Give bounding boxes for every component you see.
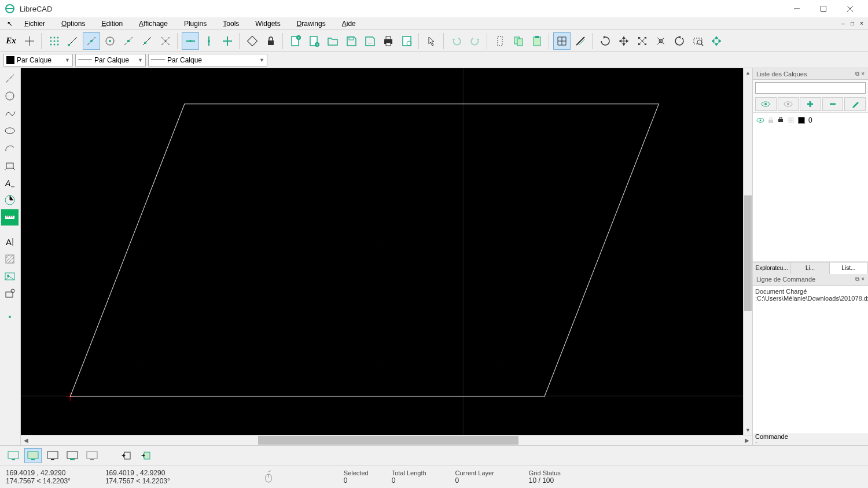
layer-edit-button[interactable] bbox=[844, 97, 866, 111]
zoom-auto-button[interactable] bbox=[652, 32, 670, 50]
save-as-button[interactable]: ... bbox=[361, 32, 378, 50]
redo-button[interactable] bbox=[466, 32, 484, 50]
open-file-button[interactable] bbox=[324, 32, 341, 50]
maximize-button[interactable] bbox=[810, 0, 837, 17]
close-button[interactable] bbox=[837, 0, 863, 17]
zoom-previous-button[interactable] bbox=[671, 32, 688, 50]
layers-panel-close-icon[interactable]: × bbox=[861, 71, 865, 77]
linetype-select[interactable]: Par Calque ▼ bbox=[75, 54, 146, 66]
zoom-out-button[interactable] bbox=[634, 32, 651, 50]
redraw-button[interactable] bbox=[597, 32, 614, 50]
block-tool[interactable] bbox=[1, 286, 19, 302]
line-tool[interactable] bbox=[1, 71, 19, 87]
menu-drawings[interactable]: Drawings bbox=[289, 19, 334, 29]
menu-affichage[interactable]: Affichage bbox=[131, 19, 176, 29]
layer-add-button[interactable] bbox=[800, 97, 821, 111]
cmd-panel-close-icon[interactable]: × bbox=[861, 276, 865, 283]
lock-relative-zero-button[interactable] bbox=[262, 32, 279, 50]
copy-button[interactable] bbox=[510, 32, 527, 50]
snap-on-entity-button[interactable] bbox=[83, 32, 100, 50]
save-file-button[interactable] bbox=[343, 32, 360, 50]
view-tab-2[interactable] bbox=[24, 448, 42, 463]
minimize-button[interactable] bbox=[784, 0, 810, 17]
mdi-restore-icon[interactable]: □ bbox=[848, 20, 856, 27]
command-input[interactable] bbox=[790, 435, 868, 444]
image-tool[interactable] bbox=[1, 268, 19, 284]
menu-options[interactable]: Options bbox=[53, 19, 93, 29]
scroll-up-button[interactable]: ▲ bbox=[744, 68, 752, 77]
layer-item-0[interactable]: 0 bbox=[755, 115, 866, 125]
hatch-tool[interactable] bbox=[1, 251, 19, 267]
menu-edition[interactable]: Edition bbox=[93, 19, 131, 29]
polyline-tool[interactable] bbox=[1, 157, 19, 173]
menu-widgets[interactable]: Widgets bbox=[247, 19, 288, 29]
layer-print-icon[interactable] bbox=[777, 117, 784, 124]
ex-order-button[interactable]: Ex bbox=[2, 32, 20, 50]
restrict-horizontal-button[interactable] bbox=[182, 32, 199, 50]
new-template-button[interactable]: + bbox=[306, 32, 323, 50]
layer-filter-input[interactable] bbox=[755, 82, 866, 94]
layer-visible-icon[interactable] bbox=[756, 117, 764, 124]
horizontal-scrollbar[interactable]: ◀ ▶ bbox=[21, 435, 752, 445]
print-preview-button[interactable] bbox=[398, 32, 415, 50]
layer-construct-icon[interactable] bbox=[788, 117, 795, 124]
undo-button[interactable] bbox=[448, 32, 465, 50]
scroll-left-button[interactable]: ◀ bbox=[21, 435, 31, 445]
menu-tools[interactable]: Tools bbox=[215, 19, 247, 29]
snap-intersection-button[interactable] bbox=[157, 32, 174, 50]
scroll-down-button[interactable]: ▼ bbox=[744, 426, 752, 435]
layer-lock-icon[interactable] bbox=[768, 117, 774, 124]
snap-distance-button[interactable] bbox=[138, 32, 156, 50]
pointer-button[interactable] bbox=[423, 32, 440, 50]
point-tool[interactable] bbox=[1, 309, 19, 325]
tab-explorer[interactable]: Explorateu... bbox=[753, 263, 791, 274]
zoom-pan-button[interactable] bbox=[708, 32, 725, 50]
layer-show-all-button[interactable] bbox=[755, 97, 777, 111]
restrict-vertical-button[interactable] bbox=[200, 32, 218, 50]
layers-panel-float-icon[interactable]: ⧉ bbox=[855, 71, 859, 77]
mdi-close-icon[interactable]: × bbox=[858, 20, 866, 27]
measure-tool[interactable] bbox=[1, 209, 19, 225]
paste-button[interactable] bbox=[528, 32, 546, 50]
snap-free-button[interactable] bbox=[21, 32, 38, 50]
arc-tool[interactable] bbox=[1, 140, 19, 156]
cmd-panel-float-icon[interactable]: ⧉ bbox=[855, 276, 859, 283]
mdi-minimize-icon[interactable]: – bbox=[839, 20, 847, 27]
set-relative-zero-button[interactable] bbox=[244, 32, 261, 50]
add-view-button[interactable]: + bbox=[117, 448, 134, 463]
drawing-canvas[interactable] bbox=[21, 68, 743, 435]
zoom-in-button[interactable] bbox=[615, 32, 632, 50]
menu-fichier[interactable]: Fichier bbox=[16, 19, 53, 29]
color-select[interactable]: Par Calque ▼ bbox=[3, 54, 73, 66]
view-tab-1[interactable] bbox=[5, 448, 22, 463]
menubar-pointer-icon[interactable]: ↖ bbox=[3, 20, 16, 28]
text-tool[interactable]: A bbox=[1, 175, 19, 191]
view-tab-4[interactable] bbox=[64, 448, 81, 463]
tab-list[interactable]: List... bbox=[830, 263, 868, 274]
layer-hide-all-button[interactable] bbox=[778, 97, 799, 111]
grid-toggle-button[interactable] bbox=[553, 32, 571, 50]
layer-remove-button[interactable] bbox=[822, 97, 844, 111]
ellipse-tool[interactable] bbox=[1, 123, 19, 139]
vertical-scrollbar[interactable]: ▲ ▼ bbox=[743, 68, 752, 435]
mtext-tool[interactable]: A bbox=[1, 234, 19, 250]
lineweight-select[interactable]: Par Calque ▼ bbox=[148, 54, 267, 66]
save-view-button[interactable]: + bbox=[137, 448, 154, 463]
horizontal-scroll-thumb[interactable] bbox=[258, 436, 518, 445]
scroll-right-button[interactable]: ▶ bbox=[742, 435, 752, 445]
snap-grid-button[interactable] bbox=[46, 32, 63, 50]
menu-plugins[interactable]: Plugins bbox=[176, 19, 215, 29]
tab-li[interactable]: Li... bbox=[791, 263, 829, 274]
vertical-scroll-thumb[interactable] bbox=[744, 195, 752, 311]
snap-middle-button[interactable] bbox=[120, 32, 137, 50]
dimension-tool[interactable] bbox=[1, 192, 19, 208]
view-tab-3[interactable] bbox=[44, 448, 61, 463]
cut-button[interactable] bbox=[491, 32, 509, 50]
snap-center-button[interactable] bbox=[101, 32, 119, 50]
draft-mode-button[interactable] bbox=[572, 32, 589, 50]
print-button[interactable] bbox=[380, 32, 397, 50]
snap-endpoint-button[interactable] bbox=[64, 32, 82, 50]
restrict-orthogonal-button[interactable] bbox=[219, 32, 236, 50]
view-tab-5[interactable] bbox=[83, 448, 101, 463]
spline-tool[interactable] bbox=[1, 105, 19, 121]
